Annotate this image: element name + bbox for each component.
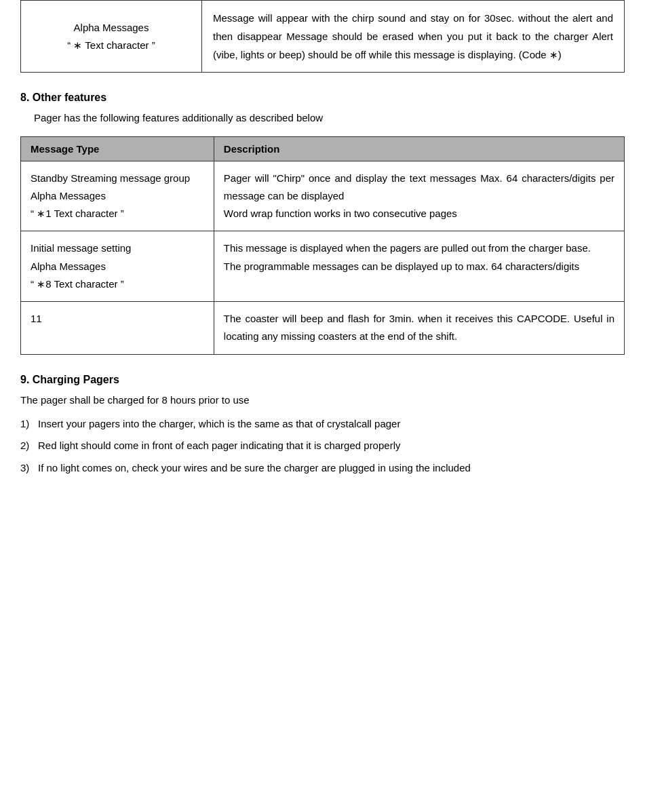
feature-desc-cell: This message is displayed when the pager… xyxy=(214,231,624,302)
alpha-messages-table: Alpha Messages “ ∗ Text character ” Mess… xyxy=(20,0,625,73)
feature-desc-cell: Pager will "Chirp" once and display the … xyxy=(214,161,624,231)
col-type-header: Message Type xyxy=(21,136,214,161)
charging-list-item: 1) Insert your pagers into the charger, … xyxy=(20,415,625,433)
alpha-messages-left-cell: Alpha Messages “ ∗ Text character ” xyxy=(21,1,202,73)
section9-intro: The pager shall be charged for 8 hours p… xyxy=(20,391,625,409)
charging-list-item: 2) Red light should come in front of eac… xyxy=(20,437,625,455)
section9: 9. Charging Pagers The pager shall be ch… xyxy=(20,374,625,477)
feature-table-row: 11The coaster will beep and flash for 3m… xyxy=(21,302,625,355)
charging-list-item: 3) If no light comes on, check your wire… xyxy=(20,459,625,477)
section9-heading: 9. Charging Pagers xyxy=(20,374,625,386)
feature-table: Message Type Description Standby Streami… xyxy=(20,136,625,355)
feature-type-cell: Standby Streaming message group Alpha Me… xyxy=(21,161,214,231)
charging-list: 1) Insert your pagers into the charger, … xyxy=(20,415,625,477)
feature-type-cell: 11 xyxy=(21,302,214,355)
feature-table-row: Standby Streaming message group Alpha Me… xyxy=(21,161,625,231)
alpha-messages-label: Alpha Messages xyxy=(32,19,191,37)
alpha-messages-code: “ ∗ Text character ” xyxy=(32,37,191,54)
section8-heading: 8. Other features xyxy=(20,92,625,104)
col-desc-header: Description xyxy=(214,136,624,161)
feature-type-cell: Initial message settingAlpha Messages“ ∗… xyxy=(21,231,214,302)
alpha-messages-description: Message will appear with the chirp sound… xyxy=(202,1,625,73)
feature-desc-cell: The coaster will beep and flash for 3min… xyxy=(214,302,624,355)
feature-table-row: Initial message settingAlpha Messages“ ∗… xyxy=(21,231,625,302)
section8-subtext: Pager has the following features additio… xyxy=(34,109,625,127)
